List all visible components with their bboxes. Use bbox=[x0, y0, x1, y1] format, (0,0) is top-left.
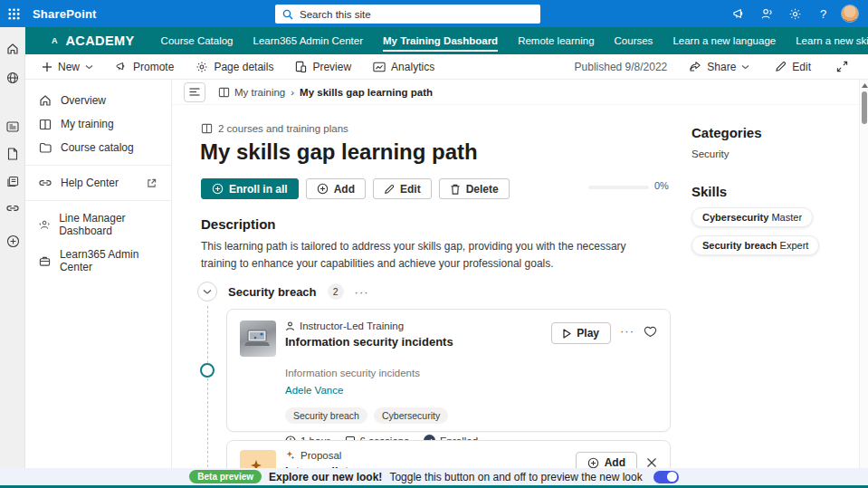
delete-button[interactable]: Delete bbox=[439, 178, 510, 199]
promote-button[interactable]: Promote bbox=[104, 54, 185, 80]
new-look-toggle[interactable] bbox=[653, 471, 679, 483]
expand-fullscreen-icon[interactable] bbox=[825, 54, 859, 80]
category-security[interactable]: Security bbox=[692, 148, 854, 159]
section-more-button[interactable]: ··· bbox=[355, 285, 369, 299]
course-count-meta: 2 courses and training plans bbox=[201, 123, 348, 134]
breadcrumb-current-page: My skills gap learning path bbox=[300, 87, 433, 98]
plus-circle-icon bbox=[212, 183, 224, 195]
beta-preview-banner: Beta preview Explore our new look! Toggl… bbox=[0, 468, 868, 485]
skill-pill-cybersecurity[interactable]: Cybersecurity Master bbox=[692, 207, 813, 227]
help-icon[interactable]: ? bbox=[809, 0, 837, 27]
section-count-badge: 2 bbox=[328, 283, 344, 300]
nav-courses[interactable]: Courses bbox=[605, 27, 663, 54]
tag-security-breach: Security breach bbox=[285, 407, 367, 424]
course-more-button[interactable]: ··· bbox=[620, 324, 634, 338]
section-title: Security breach bbox=[228, 285, 317, 299]
page-command-bar: New Promote Page details Preview Analyti… bbox=[25, 54, 868, 80]
preview-device-icon bbox=[295, 61, 307, 72]
breadcrumb-my-training[interactable]: My training bbox=[218, 87, 285, 98]
vertical-scrollbar[interactable] bbox=[859, 80, 868, 468]
people-icon[interactable] bbox=[753, 0, 781, 27]
lists-icon[interactable] bbox=[0, 168, 25, 194]
file-icon[interactable] bbox=[0, 141, 25, 167]
menu-toggle-button[interactable] bbox=[184, 82, 205, 102]
scrollbar-thumb[interactable] bbox=[862, 91, 867, 124]
course-title[interactable]: Information security incidents bbox=[285, 335, 453, 349]
user-avatar[interactable] bbox=[841, 5, 859, 23]
open-book-icon bbox=[39, 119, 52, 130]
banner-text: Toggle this button on and off to preview… bbox=[389, 471, 642, 483]
pencil-icon bbox=[775, 61, 787, 72]
person-icon bbox=[285, 321, 295, 331]
nav-course-catalog[interactable]: Course Catalog bbox=[151, 27, 243, 54]
course-card-information-security-incidents[interactable]: Instructor-Led Training Information secu… bbox=[226, 309, 671, 432]
site-search[interactable] bbox=[275, 5, 540, 24]
edit-page-button[interactable]: Edit bbox=[764, 54, 822, 80]
trash-icon bbox=[450, 184, 461, 195]
preview-button[interactable]: Preview bbox=[284, 54, 362, 80]
section-collapse-button[interactable] bbox=[197, 282, 217, 301]
sidebar-item-learn365-admin-center[interactable]: Learn365 Admin Center bbox=[25, 243, 171, 279]
published-status: Published 9/8/2022 bbox=[575, 61, 675, 73]
app-title[interactable]: SharePoint bbox=[33, 7, 97, 21]
tag-cybersecurity: Cybersecurity bbox=[374, 407, 448, 424]
people-gear-icon bbox=[39, 219, 50, 231]
proposal-card[interactable]: Proposal Intermediate Add bbox=[226, 440, 671, 468]
dismiss-close-icon[interactable] bbox=[646, 457, 657, 468]
add-circle-icon[interactable] bbox=[0, 228, 25, 254]
add-button[interactable]: Add bbox=[306, 178, 366, 199]
sidebar-item-help-center[interactable]: Help Center bbox=[25, 171, 171, 195]
favorite-heart-icon[interactable] bbox=[644, 325, 657, 338]
categories-heading: Categories bbox=[692, 125, 854, 140]
play-button[interactable]: Play bbox=[551, 322, 611, 344]
settings-gear-icon[interactable] bbox=[781, 0, 809, 27]
sidebar-item-my-training[interactable]: My training bbox=[25, 112, 171, 136]
news-icon[interactable] bbox=[0, 114, 25, 139]
sidebar-item-course-catalog[interactable]: Course catalog bbox=[25, 136, 171, 159]
learning-path-progress-bar bbox=[588, 186, 649, 189]
chevron-down-icon bbox=[741, 64, 749, 70]
proposal-add-button[interactable]: Add bbox=[576, 452, 637, 468]
course-instructor-link[interactable]: Adele Vance bbox=[285, 385, 657, 396]
announcement-icon[interactable] bbox=[725, 0, 753, 27]
home-icon bbox=[39, 94, 52, 107]
site-title[interactable]: ACADEMY bbox=[66, 33, 135, 48]
nav-learn-a-new-skill[interactable]: Learn a new skill bbox=[786, 27, 868, 54]
plus-circle-icon bbox=[317, 183, 329, 195]
sidebar-item-line-manager-dashboard[interactable]: Line Manager Dashboard bbox=[25, 206, 171, 243]
learning-path-timeline bbox=[207, 306, 208, 467]
page-title: My skills gap learning path bbox=[200, 139, 478, 165]
proposal-kind: Proposal bbox=[285, 450, 355, 461]
breadcrumb-separator: › bbox=[291, 87, 294, 98]
scrollbar-up-arrow[interactable] bbox=[860, 80, 868, 91]
skill-pill-security-breach[interactable]: Security breach Expert bbox=[692, 235, 819, 255]
edit-button[interactable]: Edit bbox=[373, 178, 432, 199]
course-type: Instructor-Led Training bbox=[285, 321, 453, 331]
section-header-security-breach: Security breach 2 ··· bbox=[197, 282, 369, 301]
skills-heading: Skills bbox=[692, 184, 854, 199]
plus-icon bbox=[42, 62, 52, 72]
analytics-chart-icon bbox=[373, 62, 386, 72]
sidebar-item-overview[interactable]: Overview bbox=[25, 89, 171, 112]
link-icon[interactable] bbox=[0, 196, 25, 221]
app-rail bbox=[0, 27, 25, 468]
nav-remote-learning[interactable]: Remote learning bbox=[508, 27, 604, 54]
page-details-button[interactable]: Page details bbox=[185, 54, 284, 80]
nav-my-training-dashboard[interactable]: My Training Dashboard bbox=[373, 27, 508, 54]
app-launcher-waffle-icon[interactable] bbox=[0, 0, 27, 27]
share-button[interactable]: Share bbox=[678, 54, 760, 80]
nav-learn365-admin-center[interactable]: Learn365 Admin Center bbox=[243, 27, 373, 54]
enroll-in-all-button[interactable]: Enroll in all bbox=[201, 178, 299, 199]
description-text: This learning path is tailored to addres… bbox=[201, 238, 661, 273]
search-input[interactable] bbox=[300, 9, 533, 20]
details-panel: Categories Security Skills Cybersecurity… bbox=[692, 125, 854, 255]
home-icon[interactable] bbox=[0, 36, 25, 62]
search-icon bbox=[282, 9, 293, 20]
breadcrumb: My training › My skills gap learning pat… bbox=[218, 87, 433, 98]
new-button[interactable]: New bbox=[25, 54, 104, 80]
nav-learn-a-new-language[interactable]: Learn a new language bbox=[663, 27, 786, 54]
globe-icon[interactable] bbox=[0, 65, 25, 91]
open-book-icon bbox=[218, 87, 230, 98]
analytics-button[interactable]: Analytics bbox=[362, 54, 445, 80]
toggle-knob bbox=[667, 472, 677, 482]
